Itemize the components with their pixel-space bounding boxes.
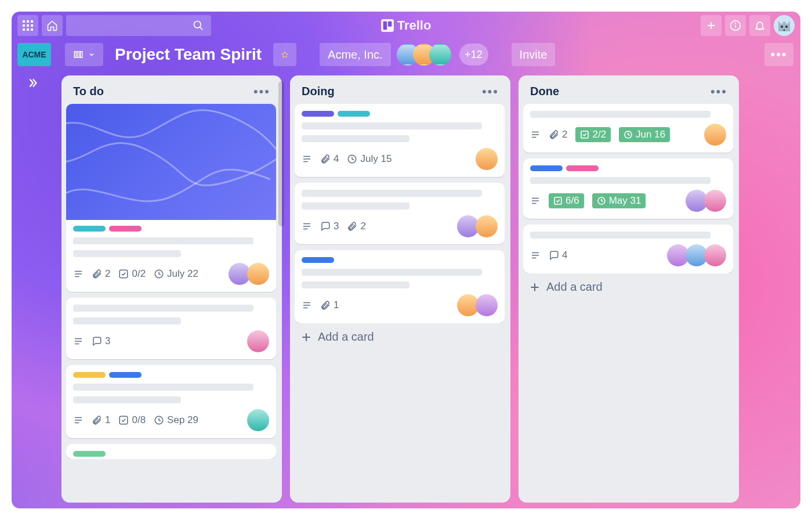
card-labels — [530, 165, 726, 171]
attachment-icon — [92, 415, 102, 425]
card[interactable] — [66, 444, 276, 459]
card-labels — [73, 372, 269, 378]
card[interactable]: 1 0/8 Sep 29 — [66, 365, 276, 438]
workspace-link[interactable]: Acme, Inc. — [320, 43, 390, 66]
plus-icon — [706, 20, 716, 31]
add-card-button[interactable]: Add a card — [295, 323, 506, 346]
card-members[interactable] — [686, 190, 726, 212]
card-title-placeholder — [530, 111, 710, 118]
info-button[interactable] — [725, 15, 746, 36]
description-badge — [73, 415, 84, 425]
card[interactable]: 6/6 May 31 — [523, 158, 733, 219]
user-avatar[interactable] — [774, 15, 795, 36]
card-members[interactable] — [247, 330, 269, 352]
attachments-badge: 1 — [92, 414, 110, 426]
chevrons-right-icon — [26, 77, 39, 89]
list-menu-button[interactable]: ••• — [253, 89, 270, 95]
card[interactable]: 4 — [523, 225, 733, 273]
attachment-icon — [320, 300, 331, 310]
description-badge — [530, 196, 541, 206]
card-members[interactable] — [704, 124, 726, 146]
board-members[interactable] — [397, 44, 451, 66]
label[interactable] — [302, 257, 334, 263]
card-members[interactable] — [457, 215, 498, 237]
list-title[interactable]: Doing — [302, 85, 482, 98]
svg-rect-3 — [23, 24, 25, 27]
apps-button[interactable] — [17, 15, 38, 36]
list-doing: Doing ••• 4 July 15 — [290, 75, 510, 503]
search-icon — [193, 20, 204, 31]
card-members[interactable] — [247, 409, 269, 431]
comments-badge: 4 — [549, 250, 567, 261]
card-badges: 2 2/2 Jun 16 — [530, 124, 726, 146]
description-icon — [73, 336, 84, 346]
card[interactable]: 1 — [295, 250, 505, 323]
label[interactable] — [530, 165, 563, 171]
star-button[interactable] — [273, 43, 296, 66]
card[interactable]: 4 July 15 — [295, 104, 505, 177]
sidebar-expand-button[interactable] — [26, 77, 39, 89]
card-title-placeholder — [73, 317, 181, 324]
description-badge — [530, 129, 541, 140]
list-title[interactable]: Done — [530, 85, 710, 98]
card-members[interactable] — [476, 148, 498, 170]
notifications-button[interactable] — [749, 15, 770, 36]
card-members[interactable] — [667, 244, 726, 266]
description-icon — [302, 154, 312, 164]
more-members[interactable]: +12 — [459, 44, 488, 66]
label[interactable] — [73, 372, 106, 378]
attachment-icon — [320, 154, 331, 164]
card-members[interactable] — [229, 263, 269, 285]
home-button[interactable] — [42, 15, 63, 36]
star-icon — [281, 49, 288, 60]
board-switcher[interactable] — [65, 43, 103, 66]
workspace-badge[interactable]: ACME — [17, 43, 51, 66]
search-box[interactable] — [66, 15, 211, 36]
description-badge — [302, 154, 312, 164]
label[interactable] — [109, 226, 142, 232]
list-scrollbar[interactable] — [278, 81, 284, 226]
card[interactable]: 2 2/2 Jun 16 — [523, 104, 733, 153]
clock-icon — [597, 196, 606, 205]
list-menu-button[interactable]: ••• — [710, 89, 727, 95]
create-button[interactable] — [701, 15, 722, 36]
card-members[interactable] — [457, 294, 498, 316]
label[interactable] — [73, 451, 106, 457]
card[interactable]: 2 0/2 July 22 — [66, 104, 276, 292]
label[interactable] — [338, 111, 370, 117]
invite-button[interactable]: Invite — [512, 43, 556, 66]
attachment-icon — [92, 269, 102, 279]
list-menu-button[interactable]: ••• — [482, 89, 499, 95]
label[interactable] — [73, 226, 106, 232]
card-title-placeholder — [302, 190, 482, 197]
svg-rect-8 — [31, 28, 33, 31]
attachments-badge: 1 — [320, 299, 339, 311]
checklist-icon — [118, 415, 129, 425]
clock-icon — [624, 130, 633, 139]
card-badges: 1 0/8 Sep 29 — [73, 409, 269, 431]
svg-rect-6 — [23, 28, 25, 31]
description-icon — [302, 221, 312, 232]
comments-badge: 3 — [320, 221, 339, 232]
add-card-button[interactable]: Add a card — [523, 273, 734, 296]
attachments-badge: 2 — [549, 129, 567, 140]
label[interactable] — [302, 111, 334, 117]
date-badge: July 15 — [347, 153, 392, 165]
card-list: 2 2/2 Jun 16 — [523, 104, 734, 273]
label[interactable] — [566, 165, 599, 171]
top-nav — [12, 12, 800, 39]
husky-avatar-icon — [774, 15, 795, 36]
card-title-placeholder — [73, 384, 253, 391]
board-canvas[interactable]: To do ••• 2 0/2 — [53, 70, 800, 508]
card-title-placeholder — [302, 269, 482, 276]
card[interactable]: 3 — [66, 298, 276, 359]
card-labels — [73, 226, 269, 232]
board-menu-button[interactable]: ••• — [764, 43, 793, 66]
clock-icon — [154, 269, 164, 279]
list-title[interactable]: To do — [73, 85, 253, 98]
label[interactable] — [109, 372, 142, 378]
card-title-placeholder — [302, 281, 409, 288]
card[interactable]: 3 2 — [295, 183, 505, 244]
board-title[interactable]: Project Team Spirit — [109, 45, 267, 64]
svg-line-10 — [200, 27, 203, 30]
